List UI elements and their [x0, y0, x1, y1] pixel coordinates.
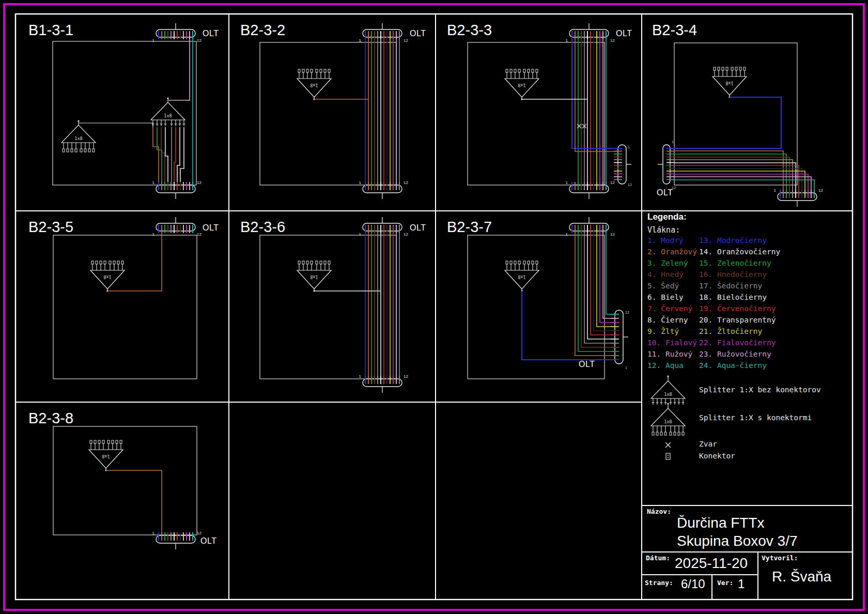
- legend-fiber-item: 18. Bieločierny: [699, 291, 780, 303]
- splitter-without-connectors-icon: 1x8: [651, 375, 685, 405]
- splitter-ratio-label: 1x8: [664, 419, 672, 424]
- splitter-ratio-label: 1x8: [725, 81, 733, 86]
- cad-sheet: B1-3-1 OLT 1 12 1 12 1x8: [0, 0, 868, 614]
- legend-fiber-item: 2. Oranžový: [647, 246, 697, 257]
- legend-fiber-item: 24. Aqua-čierny: [699, 360, 780, 371]
- port-label: 1: [359, 180, 362, 185]
- titleblock-datum-value: 2025-11-20: [675, 555, 748, 572]
- legend-title: Legenda:: [647, 212, 687, 222]
- zvar-splice-icon: [665, 442, 671, 448]
- fiber-blue-branch: [670, 97, 781, 148]
- splice-box: [53, 426, 197, 535]
- olt-label: OLT: [203, 29, 219, 38]
- legend-fiber-item: 19. Červenočierny: [699, 303, 780, 314]
- fiber-terminal-side: 1 12: [614, 145, 632, 187]
- fiber-terminal-bottom: 1 12: [359, 374, 409, 393]
- splitter-ratio-label: 1x8: [103, 274, 111, 280]
- splitter-ratio-label: 1x8: [664, 392, 672, 397]
- titleblock-ver-label: Ver:: [717, 579, 733, 587]
- splitter-1x8-inverted-icon: 1x8: [89, 440, 123, 471]
- legend-fiber-item: 22. Fialovočierny: [699, 337, 780, 348]
- port-label: 1: [152, 232, 155, 237]
- splice-box: [53, 235, 197, 379]
- splitter-1x8-inverted-icon: 1x8: [297, 261, 331, 292]
- legend-fiber-item: 1. Modrý: [647, 235, 697, 246]
- titleblock-vytvoril-label: Vytvoril:: [762, 554, 798, 562]
- splitter-ratio-label: 1x8: [310, 274, 318, 280]
- splice-box: [260, 42, 396, 185]
- fiber-terminal-top: 1 12: [152, 217, 202, 237]
- fiber-fan: [675, 151, 814, 190]
- panel-b2-3-5: B2-3-5 OLT 1 12 1x8: [28, 217, 219, 379]
- port-label: 12: [610, 38, 615, 43]
- olt-label: OLT: [200, 536, 216, 545]
- panel-b1-3-1: B1-3-1 OLT 1 12 1 12 1x8: [28, 22, 219, 199]
- port-label: 12: [197, 531, 202, 535]
- panel-b2-3-3: B2-3-3 OLT 1 12 1 12 1x8: [447, 22, 632, 199]
- port-label: 1: [628, 145, 630, 149]
- splitter-ratio-label: 1x8: [310, 83, 318, 88]
- legend-fiber-item: 12. Aqua: [647, 360, 697, 371]
- legend-fiber-item: 16. Hnedočierny: [699, 269, 780, 280]
- olt-label: OLT: [657, 188, 673, 197]
- legend-fiber-item: 5. Šedý: [647, 280, 697, 291]
- legend-fiber-item: 23. Ružovočierny: [699, 348, 780, 360]
- legend-fiber-item: 21. Žltočierny: [699, 326, 780, 337]
- titleblock-title-line1: Ďurčina FTTx: [677, 515, 765, 531]
- port-label: 12: [404, 38, 408, 43]
- panel-title: B2-3-3: [447, 22, 492, 38]
- titleblock-strany-label: Strany:: [645, 579, 673, 587]
- fiber-fan: [575, 233, 615, 356]
- legend-symbols: 1x8 1x8: [651, 375, 685, 459]
- legend-fiber-item: 6. Biely: [647, 291, 697, 303]
- legend-fiber-item: 7. Červený: [647, 303, 697, 314]
- splitter-ratio-label: 1x8: [74, 136, 82, 141]
- splitter-ratio-label: 1x8: [164, 113, 172, 118]
- legend-splitter-bez-label: Splitter 1:X bez konektorov: [699, 386, 821, 394]
- titleblock-strany-value: 6/10: [681, 577, 705, 591]
- port-label: 1: [566, 38, 568, 43]
- panel-b2-3-4: B2-3-4 OLT 1x8 1 12: [652, 22, 823, 207]
- fiber-terminal-bottom: 1 12: [774, 188, 824, 207]
- legend-fiber-item: 8. Čierny: [647, 314, 697, 326]
- splitter-1x8-inverted-icon: 1x8: [505, 261, 539, 292]
- port-label: 12: [625, 311, 629, 314]
- legend-subtitle: Vlákna:: [647, 225, 680, 235]
- fiber-terminal-bottom: 1 12: [152, 531, 202, 549]
- legend-splitter-s-label: Splitter 1:X s konektormi: [699, 413, 812, 422]
- fiber-trunk: [578, 39, 606, 182]
- splice-box: [674, 43, 797, 185]
- port-label: 12: [404, 232, 408, 237]
- fiber-blue-branch: [572, 39, 618, 148]
- splitter-1x8-inverted-icon: 1x8: [505, 69, 539, 100]
- panel-title: B2-3-6: [240, 219, 285, 235]
- olt-label: OLT: [410, 223, 426, 232]
- olt-label: OLT: [579, 360, 595, 369]
- titleblock-nazov-label: Názov:: [647, 508, 671, 515]
- titleblock-datum-label: Dátum:: [646, 554, 670, 562]
- port-label: 1: [672, 140, 674, 144]
- port-label: 1: [152, 531, 155, 535]
- fiber-blue-branch: [522, 291, 615, 360]
- legend-fiber-item: 13. Modročierny: [699, 235, 780, 246]
- splitter-1x8-inverted-icon: 1x8: [297, 69, 331, 100]
- titleblock-vytvoril-value: R. Švaňa: [772, 569, 831, 585]
- port-label: 1: [359, 38, 362, 43]
- panel-title: B2-3-7: [447, 219, 492, 235]
- port-label: 1: [152, 180, 155, 185]
- olt-label: OLT: [410, 29, 426, 38]
- fiber-trunk: [365, 39, 399, 182]
- splitter-1x8-connectors-icon: 1x8: [61, 120, 96, 152]
- port-label: 12: [197, 180, 202, 185]
- panel-title: B2-3-4: [652, 22, 697, 38]
- splitter-1x8-icon: 1x8: [151, 97, 185, 126]
- fiber-branch-orange: [107, 233, 162, 291]
- port-label: 1: [359, 232, 362, 237]
- legend-zvar-label: Zvar: [699, 440, 717, 448]
- legend-fiber-item: 17. Šedočierny: [699, 280, 780, 291]
- legend-fiber-column-1: 1. Modrý2. Oranžový3. Zelený4. Hnedý5. Š…: [647, 235, 697, 371]
- port-label: 1: [152, 38, 155, 43]
- splitter-with-connectors-icon: 1x8: [651, 403, 685, 435]
- legend-konektor-label: Konektor: [699, 452, 735, 460]
- fiber-branch-orange: [106, 470, 162, 532]
